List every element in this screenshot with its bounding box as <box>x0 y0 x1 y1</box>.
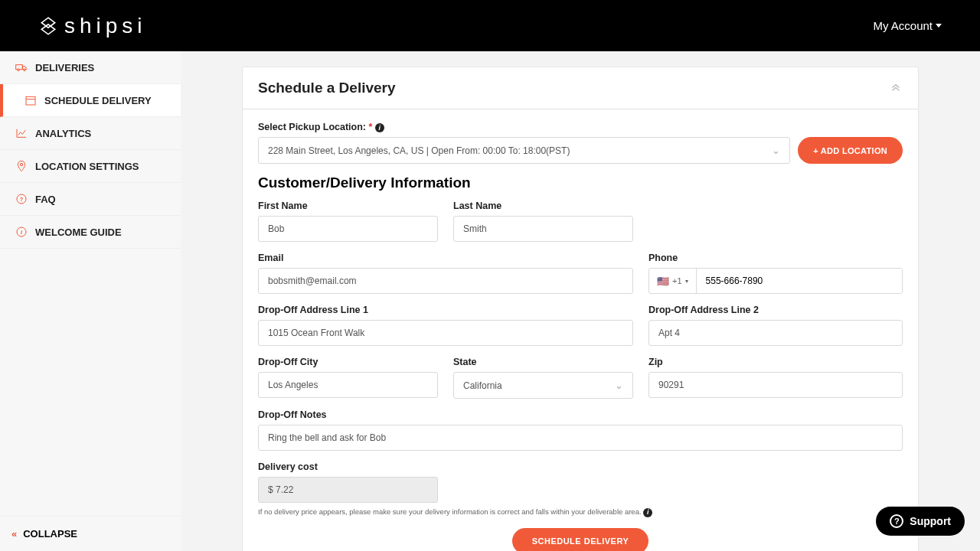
phone-field-group: 🇺🇸 +1 ▾ <box>648 268 903 294</box>
first-name-field[interactable] <box>258 216 438 242</box>
sidebar-item-label: WELCOME GUIDE <box>35 227 122 238</box>
city-field[interactable] <box>258 372 438 398</box>
sidebar-item-faq[interactable]: ? FAQ <box>0 183 181 216</box>
cost-disclaimer: If no delivery price appears, please mak… <box>258 507 903 517</box>
sidebar-item-welcome-guide[interactable]: i WELCOME GUIDE <box>0 216 181 249</box>
sidebar: DELIVERIES SCHEDULE DELIVERY ANALYTICS L… <box>0 51 181 551</box>
caret-down-icon: ▾ <box>685 278 688 285</box>
schedule-delivery-button[interactable]: SCHEDULE DELIVERY <box>512 528 649 551</box>
address-line2-field[interactable] <box>648 320 903 346</box>
pickup-location-value: 228 Main Street, Los Angeles, CA, US | O… <box>268 145 570 156</box>
pin-icon <box>15 160 28 172</box>
sidebar-item-label: ANALYTICS <box>35 128 91 139</box>
calendar-icon <box>24 94 37 106</box>
main-content: Schedule a Delivery Select Pickup Locati… <box>181 51 980 551</box>
info-icon[interactable]: i <box>643 508 652 517</box>
sidebar-item-location-settings[interactable]: LOCATION SETTINGS <box>0 150 181 183</box>
pickup-location-label: Select Pickup Location: * i <box>258 122 903 132</box>
zip-label: Zip <box>648 357 903 367</box>
chart-icon <box>15 127 28 139</box>
svg-rect-3 <box>26 96 35 105</box>
logo: shipsi <box>38 14 147 38</box>
notes-field[interactable] <box>258 425 903 451</box>
add-location-button[interactable]: + ADD LOCATION <box>798 137 903 164</box>
last-name-field[interactable] <box>453 216 633 242</box>
us-flag-icon: 🇺🇸 <box>657 276 669 287</box>
double-chevron-left-icon: « <box>11 528 17 540</box>
info-icon: i <box>15 226 28 238</box>
svg-text:?: ? <box>20 196 24 203</box>
customer-info-title: Customer/Delivery Information <box>258 174 903 191</box>
delivery-cost-field <box>258 477 438 503</box>
svg-point-2 <box>24 69 26 71</box>
zip-field[interactable] <box>648 372 903 398</box>
question-icon: ? <box>15 193 28 205</box>
sidebar-item-analytics[interactable]: ANALYTICS <box>0 117 181 150</box>
collapse-card-icon[interactable] <box>889 80 903 96</box>
notes-label: Drop-Off Notes <box>258 409 903 420</box>
svg-point-5 <box>20 163 22 165</box>
sidebar-item-label: DELIVERIES <box>35 62 94 73</box>
sidebar-item-label: FAQ <box>35 194 56 205</box>
support-label: Support <box>910 515 951 527</box>
last-name-label: Last Name <box>453 201 633 211</box>
info-icon[interactable]: i <box>375 123 384 132</box>
state-value: California <box>463 380 502 391</box>
svg-rect-0 <box>16 65 23 70</box>
collapse-label: COLLAPSE <box>23 528 77 540</box>
addr1-label: Drop-Off Address Line 1 <box>258 305 633 315</box>
logo-icon <box>38 16 58 36</box>
state-select[interactable]: California ⌄ <box>453 372 633 399</box>
email-label: Email <box>258 253 633 263</box>
phone-prefix-value: +1 <box>672 276 682 285</box>
addr2-label: Drop-Off Address Line 2 <box>648 305 903 315</box>
first-name-label: First Name <box>258 201 438 211</box>
support-widget[interactable]: ? Support <box>876 507 965 536</box>
sidebar-item-deliveries[interactable]: DELIVERIES <box>0 51 181 84</box>
chevron-down-icon: ⌄ <box>615 380 623 391</box>
address-line1-field[interactable] <box>258 320 633 346</box>
my-account-dropdown[interactable]: My Account <box>873 19 942 32</box>
collapse-sidebar-button[interactable]: « COLLAPSE <box>0 516 181 551</box>
email-field[interactable] <box>258 268 633 294</box>
sidebar-item-label: LOCATION SETTINGS <box>35 161 139 172</box>
pickup-location-select[interactable]: 228 Main Street, Los Angeles, CA, US | O… <box>258 137 790 164</box>
city-label: Drop-Off City <box>258 357 438 367</box>
svg-text:i: i <box>21 229 23 236</box>
page-title: Schedule a Delivery <box>258 80 396 96</box>
my-account-label: My Account <box>873 19 933 32</box>
caret-down-icon <box>936 24 942 28</box>
sidebar-item-label: SCHEDULE DELIVERY <box>44 95 152 106</box>
phone-label: Phone <box>648 253 903 263</box>
question-circle-icon: ? <box>890 514 903 528</box>
logo-text: shipsi <box>64 14 147 38</box>
schedule-delivery-card: Schedule a Delivery Select Pickup Locati… <box>242 67 919 551</box>
truck-icon <box>15 61 28 73</box>
sidebar-item-schedule-delivery[interactable]: SCHEDULE DELIVERY <box>0 84 181 117</box>
phone-country-selector[interactable]: 🇺🇸 +1 ▾ <box>649 269 697 293</box>
cost-label: Delivery cost <box>258 461 438 472</box>
chevron-down-icon: ⌄ <box>772 145 780 156</box>
state-label: State <box>453 357 633 367</box>
phone-field[interactable] <box>697 269 902 293</box>
header: shipsi My Account <box>0 0 980 51</box>
svg-point-1 <box>18 69 20 71</box>
